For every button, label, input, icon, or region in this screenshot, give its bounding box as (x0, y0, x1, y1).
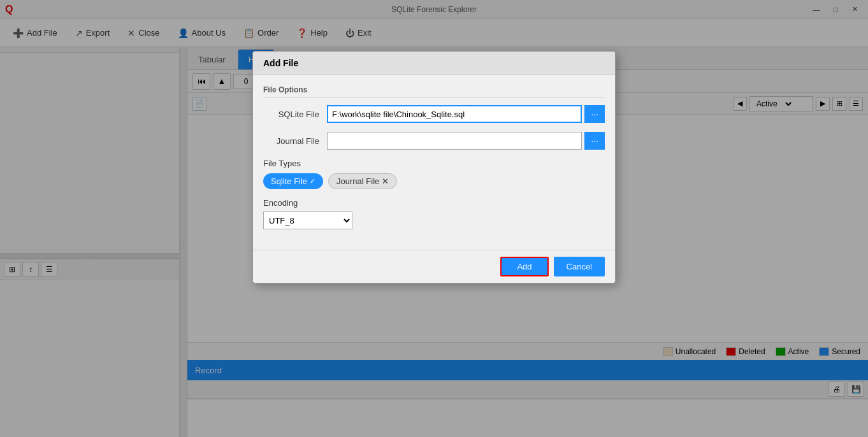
browse-dots-icon: ··· (591, 109, 598, 119)
encoding-select[interactable]: UTF_8 UTF_16 ASCII ISO-8859-1 (263, 211, 352, 229)
encoding-label: Encoding (263, 198, 605, 208)
encoding-select-wrap: UTF_8 UTF_16 ASCII ISO-8859-1 (263, 211, 605, 229)
sqlite-tag-label: Sqlite File (271, 176, 307, 186)
file-types-label: File Types (263, 159, 605, 168)
main-layout: · · · ⊞ ↕ ☰ · · · Tabular (0, 47, 868, 437)
sqlite-file-row: SQLite File ··· (263, 105, 605, 123)
dialog-title: Add File (263, 58, 298, 68)
journal-x-icon[interactable]: ✕ (382, 176, 389, 186)
dialog-body: File Options SQLite File ··· Journal Fil… (253, 75, 615, 250)
journal-browse-button[interactable]: ··· (584, 132, 605, 150)
file-types-section: File Types Sqlite File ✓ Journal File ✕ (263, 159, 605, 189)
journal-file-row: Journal File ··· (263, 132, 605, 150)
journal-file-tag[interactable]: Journal File ✕ (328, 173, 397, 189)
journal-file-input[interactable] (327, 132, 582, 150)
journal-tag-label: Journal File (336, 176, 379, 186)
right-content: Tabular Hex Deleted SQL Editor ⏮ ▲ / 0 ▼… (187, 47, 868, 437)
sqlite-browse-button[interactable]: ··· (584, 105, 605, 123)
sqlite-file-tag[interactable]: Sqlite File ✓ (263, 173, 323, 189)
file-type-tags: Sqlite File ✓ Journal File ✕ (263, 173, 605, 189)
sqlite-check-icon: ✓ (310, 177, 315, 185)
sqlite-file-input[interactable] (327, 105, 582, 123)
cancel-button[interactable]: Cancel (554, 257, 605, 276)
journal-browse-dots-icon: ··· (591, 136, 598, 146)
add-file-dialog: Add File File Options SQLite File ··· (252, 51, 616, 283)
file-options-label: File Options (263, 85, 605, 97)
journal-file-label: Journal File (263, 136, 327, 146)
sqlite-file-label: SQLite File (263, 110, 327, 119)
add-button[interactable]: Add (500, 257, 548, 276)
modal-overlay: Add File File Options SQLite File ··· (187, 47, 868, 437)
dialog-footer: Add Cancel (253, 250, 615, 283)
dialog-header: Add File (253, 52, 615, 75)
encoding-section: Encoding UTF_8 UTF_16 ASCII ISO-8859-1 (263, 198, 605, 229)
